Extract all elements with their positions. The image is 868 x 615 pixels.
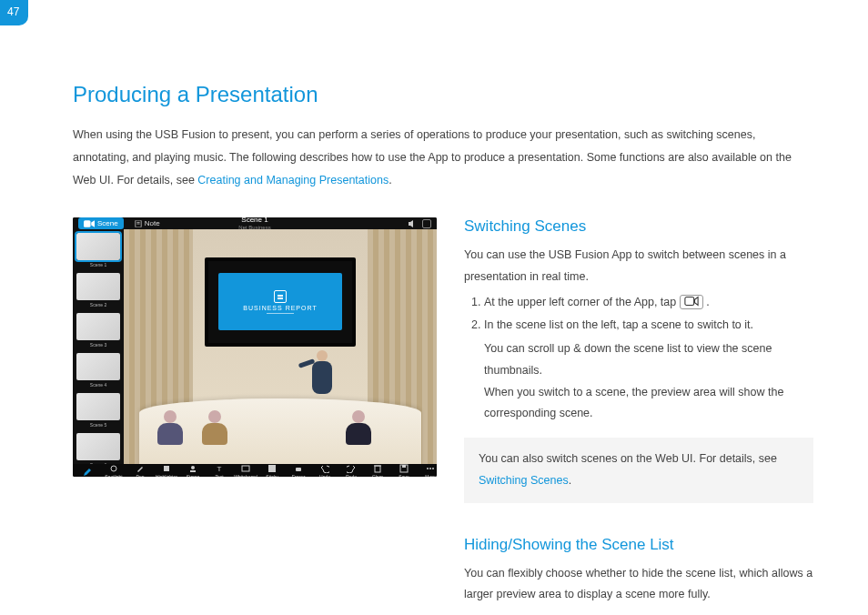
toolbar-item: TText <box>210 464 228 477</box>
right-column: Switching Scenes You can use the USB Fus… <box>464 217 813 615</box>
attendee-figure <box>155 410 186 445</box>
tv-slide-title: BUSINESS REPORT <box>243 305 317 311</box>
intro-text-end: . <box>389 174 391 187</box>
toolbar-item: Sticky <box>263 464 281 477</box>
scene-thumb: Scene 4 <box>76 353 120 380</box>
toolbar-item: Spotlight <box>105 464 123 477</box>
step-2-sub1: You can scroll up & down the scene list … <box>464 338 813 382</box>
svg-point-18 <box>432 468 434 469</box>
note-text-b: . <box>569 474 571 487</box>
step-1-text-a: At the upper left corner of the App, tap <box>484 296 680 308</box>
toolbar-item: Pen <box>131 464 149 477</box>
link-creating-managing-presentations[interactable]: Creating and Managing Presentations <box>197 174 389 187</box>
eraser-icon <box>294 464 303 473</box>
svg-text:T: T <box>217 465 222 473</box>
camera-button-icon <box>680 295 703 309</box>
scene-thumb: Scene 5 <box>76 393 120 420</box>
preview-area: BUSINESS REPORT <box>124 229 437 464</box>
spotlight-icon <box>109 464 118 473</box>
scene-thumb: Scene 1 <box>76 233 120 260</box>
svg-rect-21 <box>685 297 694 306</box>
scene-thumb: Scene 6 <box>76 433 120 460</box>
page-number-tab: 47 <box>0 0 28 25</box>
step-2-sub2: When you switch to a scene, the preview … <box>464 382 813 426</box>
section-switching-scenes-title: Switching Scenes <box>464 217 813 236</box>
toolbar-item: More <box>421 464 437 477</box>
scene-thumb: Scene 3 <box>76 313 120 340</box>
toolbar-item: Undo <box>316 464 334 477</box>
presenter-figure <box>306 350 338 394</box>
more-icon <box>426 464 435 473</box>
clear-icon <box>373 464 382 473</box>
svg-rect-12 <box>375 466 380 472</box>
svg-rect-10 <box>268 465 276 472</box>
svg-point-4 <box>111 466 116 471</box>
page-content: Producing a Presentation When using the … <box>0 0 868 615</box>
intro-text: When using the USB Fusion to present, yo… <box>73 128 792 187</box>
tv-slide: BUSINESS REPORT <box>218 273 341 330</box>
text-icon: T <box>215 464 224 473</box>
toolbar-item: Eraser <box>289 464 308 477</box>
svg-rect-9 <box>242 466 249 471</box>
svg-rect-5 <box>164 466 169 471</box>
toolbar-item: Redo <box>342 464 360 477</box>
svg-point-6 <box>191 466 195 469</box>
toolbar-item: Stamp <box>184 464 202 477</box>
svg-point-17 <box>429 468 431 469</box>
page-title: Producing a Presentation <box>73 82 813 107</box>
attendee-figure <box>199 410 230 445</box>
stamp-icon <box>188 464 197 473</box>
app-scene-title: Scene 1 <box>73 217 437 225</box>
pencil-icon <box>83 468 92 477</box>
note-text-a: You can also switch scenes on the Web UI… <box>479 452 777 465</box>
figure-app-screenshot: Scene Note Scene 1 Net Business <box>73 217 437 615</box>
highlighter-icon <box>162 464 171 473</box>
toolbar-item: Clear <box>368 464 387 477</box>
toolbar-annotate <box>78 468 96 477</box>
slide-icon <box>274 290 287 303</box>
scene-thumb: Scene 2 <box>76 273 120 300</box>
undo-icon <box>320 464 329 473</box>
redo-icon <box>347 464 356 473</box>
toolbar-item: Whiteboard <box>237 464 255 477</box>
tv-slide-divider <box>267 313 294 314</box>
svg-rect-7 <box>190 470 196 472</box>
scene-list: Scene 1 Scene 2 Scene 3 Scene 4 Scene 5 … <box>73 229 124 464</box>
toolbar-item: Save <box>395 464 413 477</box>
attendee-figure <box>343 410 374 445</box>
svg-point-16 <box>427 468 429 469</box>
intro-paragraph: When using the USB Fusion to present, yo… <box>73 124 813 192</box>
section-hiding-lead: You can flexibly choose whether to hide … <box>464 563 813 607</box>
steps-list: At the upper left corner of the App, tap… <box>464 292 813 338</box>
app-body: Scene 1 Scene 2 Scene 3 Scene 4 Scene 5 … <box>73 229 437 464</box>
pen-icon <box>136 464 145 473</box>
section-hiding-showing: Hiding/Showing the Scene List You can fl… <box>464 536 813 616</box>
svg-rect-11 <box>296 468 301 471</box>
link-switching-scenes[interactable]: Switching Scenes <box>479 474 569 487</box>
app-toolbar: Spotlight Pen Highlighter Stamp TText Wh… <box>73 464 437 477</box>
save-icon <box>399 464 409 473</box>
step-1: At the upper left corner of the App, tap… <box>484 292 813 314</box>
note-box: You can also switch scenes on the Web UI… <box>464 438 813 503</box>
toolbar-item: Highlighter <box>157 464 176 477</box>
section-hiding-title: Hiding/Showing the Scene List <box>464 536 813 554</box>
whiteboard-icon <box>241 464 250 473</box>
sticky-icon <box>267 464 277 473</box>
tv-screen: BUSINESS REPORT <box>205 257 355 347</box>
app-top-bar: Scene Note Scene 1 Net Business <box>73 217 437 229</box>
step-2: In the scene list on the left, tap a sce… <box>484 315 813 337</box>
section-switching-scenes-lead: You can use the USB Fusion App to switch… <box>464 245 813 288</box>
app-mock: Scene Note Scene 1 Net Business <box>73 217 437 477</box>
svg-rect-15 <box>402 465 406 468</box>
step-1-text-b: . <box>706 296 709 308</box>
